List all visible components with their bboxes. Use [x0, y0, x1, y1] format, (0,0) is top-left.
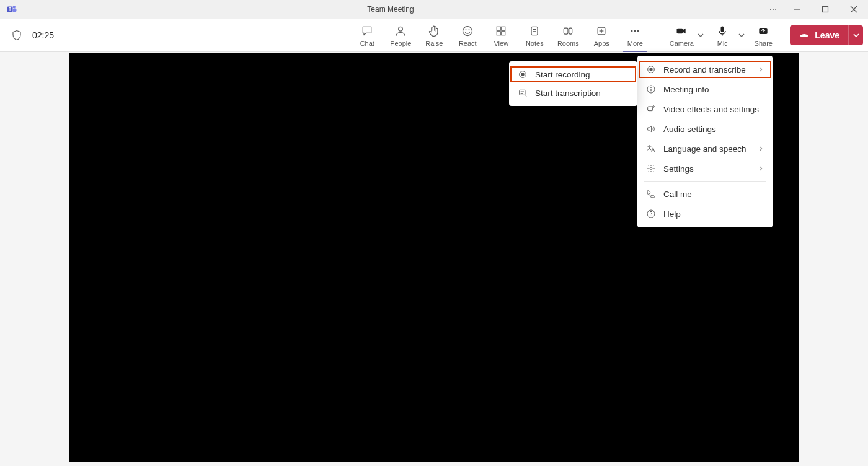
react-label: React: [459, 40, 477, 47]
react-button[interactable]: React: [452, 20, 483, 50]
menu-label: Settings: [663, 164, 750, 174]
mic-group: Mic: [707, 20, 745, 50]
svg-point-40: [650, 167, 652, 170]
mic-button[interactable]: Mic: [707, 20, 738, 50]
close-button[interactable]: [839, 0, 868, 19]
record-transcribe-submenu: Start recording Start transcription: [509, 61, 637, 106]
people-button[interactable]: People: [385, 20, 416, 50]
apps-label: Apps: [594, 40, 609, 47]
svg-point-2: [13, 6, 16, 9]
ellipsis-icon: [628, 24, 642, 38]
toolbar-left: 02:25: [11, 30, 54, 41]
submenu-start-transcription[interactable]: Start transcription: [509, 84, 637, 102]
meeting-toolbar: 02:25 Chat People Raise React View Notes: [0, 19, 868, 52]
minimize-button[interactable]: [782, 0, 811, 19]
svg-rect-45: [520, 90, 525, 95]
record-icon: [518, 69, 528, 79]
camera-button[interactable]: Camera: [666, 20, 697, 50]
chat-button[interactable]: Chat: [352, 20, 383, 50]
more-button[interactable]: More: [619, 20, 650, 50]
raise-button[interactable]: Raise: [418, 20, 450, 50]
menu-audio-settings[interactable]: Audio settings: [637, 119, 773, 139]
svg-rect-23: [569, 28, 572, 34]
notes-icon: [528, 24, 541, 38]
grid-icon: [495, 24, 507, 38]
raise-hand-icon: [428, 24, 440, 38]
leave-button-group: Leave: [790, 25, 863, 45]
speaker-icon: [646, 124, 656, 134]
camera-icon: [675, 24, 688, 38]
transcript-icon: [518, 88, 528, 98]
notes-button[interactable]: Notes: [519, 20, 550, 50]
more-menu: Record and transcribe Meeting info Video…: [637, 56, 773, 227]
svg-rect-19: [531, 27, 538, 35]
svg-point-39: [653, 106, 655, 108]
svg-point-12: [463, 26, 472, 35]
rooms-button[interactable]: Rooms: [552, 20, 583, 50]
leave-caret-button[interactable]: [848, 25, 863, 45]
svg-point-37: [650, 87, 652, 89]
emoji-icon: [461, 24, 474, 38]
menu-settings[interactable]: Settings: [637, 159, 773, 178]
svg-point-42: [650, 216, 651, 216]
svg-rect-22: [564, 28, 569, 34]
menu-label: Audio settings: [663, 125, 764, 134]
chevron-down-icon[interactable]: [697, 32, 704, 39]
toolbar-divider: [658, 24, 658, 46]
chevron-down-icon[interactable]: [738, 32, 745, 39]
svg-point-29: [637, 30, 639, 32]
submenu-label: Start transcription: [535, 89, 629, 98]
menu-label: Record and transcribe: [663, 65, 750, 74]
svg-point-27: [631, 30, 633, 32]
menu-label: Call me: [663, 190, 764, 199]
phone-icon: [646, 189, 656, 199]
apps-icon: [595, 24, 608, 38]
chevron-down-icon: [852, 32, 860, 39]
submenu-label: Start recording: [535, 70, 629, 79]
menu-help[interactable]: Help: [637, 204, 773, 224]
menu-meeting-info[interactable]: Meeting info: [637, 79, 773, 99]
mic-label: Mic: [717, 40, 728, 47]
raise-label: Raise: [425, 40, 443, 47]
notes-label: Notes: [526, 40, 544, 47]
apps-button[interactable]: Apps: [586, 20, 617, 50]
share-label: Share: [755, 40, 773, 47]
camera-label: Camera: [670, 40, 694, 47]
menu-call-me[interactable]: Call me: [637, 184, 773, 204]
maximize-button[interactable]: [811, 0, 839, 19]
svg-rect-31: [721, 26, 724, 32]
window-controls: [764, 0, 868, 19]
menu-record-transcribe[interactable]: Record and transcribe: [637, 59, 773, 79]
share-button[interactable]: Share: [748, 20, 779, 50]
help-icon: [646, 209, 656, 219]
video-effects-icon: [646, 104, 656, 114]
svg-rect-15: [497, 27, 501, 30]
svg-point-44: [521, 73, 524, 76]
meeting-timer: 02:25: [32, 30, 54, 40]
submenu-start-recording[interactable]: Start recording: [509, 65, 637, 84]
svg-point-5: [773, 9, 774, 10]
chat-label: Chat: [360, 40, 374, 47]
rooms-label: Rooms: [557, 40, 579, 47]
menu-label: Language and speech: [663, 144, 750, 154]
chevron-right-icon: [758, 165, 764, 172]
toolbar-right: Chat People Raise React View Notes Rooms: [352, 20, 863, 50]
menu-video-effects[interactable]: Video effects and settings: [637, 99, 773, 119]
svg-point-34: [649, 68, 652, 71]
chat-icon: [361, 24, 373, 38]
window-title: Team Meeting: [17, 5, 764, 14]
title-bar: T Team Meeting: [0, 0, 868, 19]
menu-label: Video effects and settings: [663, 105, 764, 114]
svg-point-4: [770, 9, 771, 10]
shield-icon[interactable]: [11, 30, 22, 41]
svg-rect-3: [13, 9, 17, 12]
titlebar-more-icon[interactable]: [764, 0, 782, 19]
svg-rect-16: [502, 27, 505, 30]
view-button[interactable]: View: [485, 20, 516, 50]
svg-point-14: [469, 29, 470, 30]
gear-icon: [646, 164, 656, 174]
leave-button[interactable]: Leave: [790, 25, 848, 45]
menu-language-speech[interactable]: Language and speech: [637, 139, 773, 159]
svg-rect-30: [677, 28, 683, 33]
svg-rect-38: [648, 107, 653, 111]
